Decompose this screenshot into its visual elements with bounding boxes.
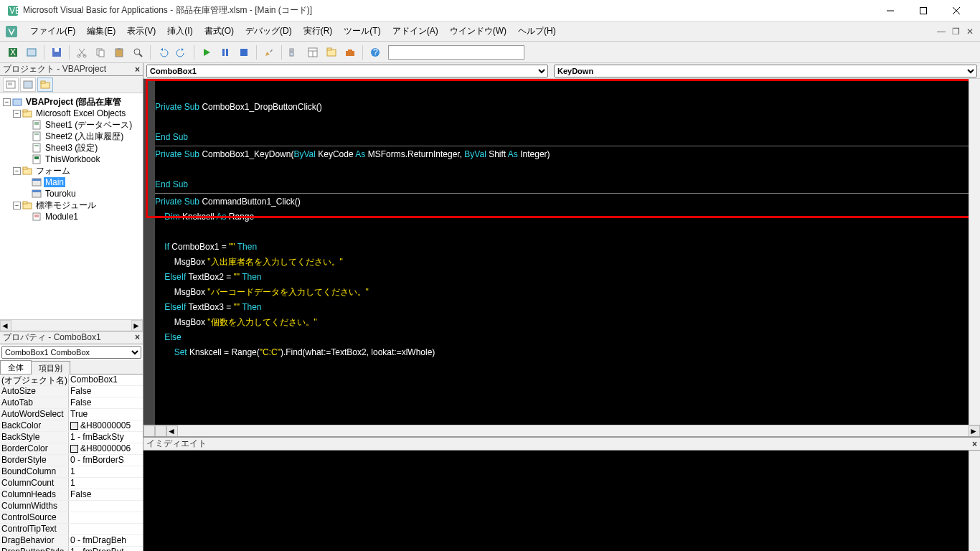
save-button[interactable] xyxy=(48,44,65,61)
scroll-right-button[interactable]: ► xyxy=(969,425,980,436)
property-value[interactable]: ComboBox1 xyxy=(69,375,143,385)
code-view[interactable]: Private Sub ComboBox1_DropButtonClick() … xyxy=(155,79,969,425)
properties-object-select[interactable]: ComboBox1 ComboBox xyxy=(1,346,141,359)
properties-tab-all[interactable]: 全体 xyxy=(0,360,32,374)
property-row[interactable]: BoundColumn1 xyxy=(0,466,143,478)
menu-tools[interactable]: ツール(T) xyxy=(338,22,386,40)
insert-userform-button[interactable] xyxy=(23,44,40,61)
property-row[interactable]: DropButtonStyle1 - fmDropBut xyxy=(0,547,143,552)
paste-button[interactable] xyxy=(110,44,128,61)
code-margin[interactable] xyxy=(143,79,155,425)
full-module-view-button[interactable] xyxy=(155,425,166,436)
property-value[interactable]: &H80000005 xyxy=(69,420,143,431)
menu-insert[interactable]: 挿入(I) xyxy=(161,22,198,40)
menu-format[interactable]: 書式(O) xyxy=(199,22,240,40)
procedure-combo-toolbar[interactable] xyxy=(388,45,524,60)
code-vscrollbar[interactable] xyxy=(969,79,980,425)
immediate-close-button[interactable]: × xyxy=(972,439,977,449)
collapse-icon[interactable]: − xyxy=(3,98,11,106)
menu-help[interactable]: ヘルプ(H) xyxy=(512,22,562,40)
menu-view[interactable]: 表示(V) xyxy=(121,22,161,40)
tree-thisworkbook[interactable]: ThisWorkbook xyxy=(44,154,101,164)
cut-button[interactable] xyxy=(73,44,90,61)
mdi-close-button[interactable]: ✕ xyxy=(964,26,976,37)
toggle-folders-button[interactable] xyxy=(37,77,53,92)
tree-module1[interactable]: Module1 xyxy=(44,212,80,222)
project-explorer-button[interactable] xyxy=(286,44,303,61)
break-button[interactable] xyxy=(217,44,234,61)
immediate-vscrollbar[interactable] xyxy=(969,451,980,551)
property-row[interactable]: BorderColor&H80000006 xyxy=(0,443,143,455)
menu-addins[interactable]: アドイン(A) xyxy=(387,22,444,40)
tree-form-main[interactable]: Main xyxy=(44,177,65,187)
property-row[interactable]: BackColor&H80000005 xyxy=(0,420,143,432)
project-tree[interactable]: −VBAProject (部品在庫管 −Microsoft Excel Obje… xyxy=(0,93,143,319)
reset-button[interactable] xyxy=(235,44,253,61)
tree-folder-excel-objects[interactable]: Microsoft Excel Objects xyxy=(34,108,127,118)
design-mode-button[interactable] xyxy=(260,44,278,61)
property-row[interactable]: BorderStyle0 - fmBorderS xyxy=(0,455,143,466)
property-value[interactable]: 0 - fmDragBeh xyxy=(69,535,143,546)
property-row[interactable]: AutoTabFalse xyxy=(0,397,143,409)
view-object-button[interactable] xyxy=(20,77,36,92)
property-row[interactable]: ControlTipText xyxy=(0,524,143,535)
property-row[interactable]: ColumnCount1 xyxy=(0,478,143,489)
property-row[interactable]: DragBehavior0 - fmDragBeh xyxy=(0,535,143,547)
project-hscrollbar[interactable]: ◄► xyxy=(0,319,143,331)
property-value[interactable] xyxy=(69,501,143,512)
menu-debug[interactable]: デバッグ(D) xyxy=(240,22,298,40)
properties-grid[interactable]: (オブジェクト名)ComboBox1AutoSizeFalseAutoTabFa… xyxy=(0,375,143,552)
mdi-restore-button[interactable]: ❐ xyxy=(950,26,961,37)
scroll-left-button[interactable]: ◄ xyxy=(166,425,178,436)
collapse-icon[interactable]: − xyxy=(13,202,21,209)
toolbox-button[interactable] xyxy=(341,44,359,61)
property-row[interactable]: AutoWordSelectTrue xyxy=(0,409,143,420)
copy-button[interactable] xyxy=(92,44,109,61)
view-code-button[interactable] xyxy=(3,77,19,92)
code-hscrollbar[interactable]: ◄ ► xyxy=(143,425,980,436)
collapse-icon[interactable]: − xyxy=(13,110,21,118)
procedure-view-button[interactable] xyxy=(143,425,155,436)
view-excel-button[interactable]: X xyxy=(4,44,22,61)
property-value[interactable]: 1 - fmBackSty xyxy=(69,432,143,443)
collapse-icon[interactable]: − xyxy=(13,167,21,175)
tree-project[interactable]: VBAProject (部品在庫管 xyxy=(24,96,123,108)
find-button[interactable] xyxy=(129,44,146,61)
menu-file[interactable]: ファイル(F) xyxy=(24,22,81,40)
property-value[interactable]: True xyxy=(69,409,143,420)
minimize-button[interactable] xyxy=(874,0,907,22)
property-value[interactable] xyxy=(69,524,143,534)
property-row[interactable]: AutoSizeFalse xyxy=(0,386,143,397)
properties-window-button[interactable] xyxy=(304,44,321,61)
property-row[interactable]: ControlSource xyxy=(0,512,143,524)
property-row[interactable]: ColumnHeadsFalse xyxy=(0,489,143,501)
redo-button[interactable] xyxy=(173,44,190,61)
menu-window[interactable]: ウインドウ(W) xyxy=(444,22,512,40)
immediate-body[interactable] xyxy=(143,451,980,551)
tree-sheet1[interactable]: Sheet1 (データベース) xyxy=(44,119,133,131)
property-value[interactable]: False xyxy=(69,489,143,500)
tree-folder-modules[interactable]: 標準モジュール xyxy=(34,199,98,212)
tree-sheet2[interactable]: Sheet2 (入出庫履歴) xyxy=(44,131,125,143)
undo-button[interactable] xyxy=(154,44,171,61)
project-pane-close-button[interactable]: × xyxy=(135,65,140,75)
property-value[interactable]: 0 - fmBorderS xyxy=(69,455,143,466)
properties-pane-close-button[interactable]: × xyxy=(135,332,140,342)
run-button[interactable] xyxy=(198,44,215,61)
property-value[interactable]: 1 xyxy=(69,466,143,477)
property-value[interactable]: False xyxy=(69,397,143,408)
menu-edit[interactable]: 編集(E) xyxy=(81,22,121,40)
object-browser-button[interactable] xyxy=(323,44,340,61)
tree-sheet3[interactable]: Sheet3 (設定) xyxy=(44,142,99,154)
procedure-dropdown[interactable]: KeyDown xyxy=(554,65,977,77)
help-button[interactable]: ? xyxy=(367,44,384,61)
property-value[interactable]: 1 xyxy=(69,478,143,489)
close-button[interactable] xyxy=(940,0,973,22)
mdi-minimize-button[interactable]: — xyxy=(936,26,947,37)
code-editor[interactable]: Private Sub ComboBox1_DropButtonClick() … xyxy=(143,79,980,436)
maximize-button[interactable] xyxy=(907,0,940,22)
menu-run[interactable]: 実行(R) xyxy=(298,22,339,40)
property-row[interactable]: ColumnWidths xyxy=(0,501,143,512)
tree-form-touroku[interactable]: Touroku xyxy=(44,189,77,199)
tree-folder-forms[interactable]: フォーム xyxy=(34,165,72,177)
